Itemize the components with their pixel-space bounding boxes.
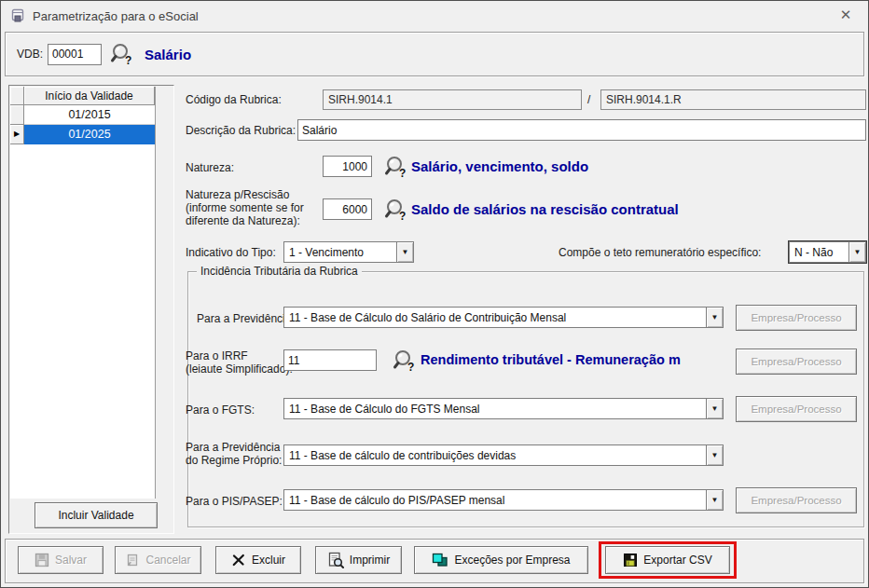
svg-text:?: ? [407, 361, 414, 373]
previdencia-combobox[interactable]: 11 - Base de Cálculo do Salário de Contr… [283, 307, 724, 328]
chevron-down-icon[interactable]: ▼ [706, 445, 723, 465]
pis-pasep-label: Para o PIS/PASEP: [186, 495, 283, 508]
incluir-validade-button[interactable]: Incluir Validade [34, 502, 158, 528]
previdencia-empresa-processo-button: Empresa/Processo [736, 305, 857, 331]
title-bar: Parametrização para o eSocial [2, 2, 867, 30]
row-selector [10, 105, 24, 125]
descricao-rubrica-label: Descrição da Rubrica: [186, 124, 296, 137]
form-window-icon [10, 8, 25, 23]
indicativo-tipo-label: Indicativo do Tipo: [186, 246, 276, 259]
close-icon[interactable]: ✕ [833, 5, 859, 25]
vdb-bar: VDB: ? Salário [5, 32, 864, 76]
salvar-button: Salvar [18, 546, 103, 574]
grid-selector-header [10, 87, 24, 105]
exportar-csv-button[interactable]: Exportar CSV [605, 546, 730, 574]
irrf-input[interactable] [283, 349, 377, 371]
chevron-down-icon[interactable]: ▼ [706, 308, 723, 327]
validity-panel: Início da Validade 01/2015 ▶ 01/2025 Inc… [8, 85, 174, 534]
pis-pasep-value: 11 - Base de cálculo do PIS/PASEP mensal [284, 490, 706, 510]
excluir-button[interactable]: Excluir [215, 546, 301, 574]
x-delete-icon [231, 553, 246, 567]
chevron-down-icon[interactable]: ▼ [706, 399, 723, 418]
excecoes-por-empresa-button[interactable]: Exceções por Empresa [414, 546, 588, 574]
fgts-value: 11 - Base de Cálculo do FGTS Mensal [284, 399, 706, 418]
descricao-rubrica-input[interactable] [297, 119, 866, 141]
table-row-selected[interactable]: ▶ 01/2025 [10, 125, 155, 144]
indicativo-tipo-combobox[interactable]: 1 - Vencimento ▼ [283, 241, 414, 263]
fgts-combobox[interactable]: 11 - Base de Cálculo do FGTS Mensal ▼ [283, 398, 724, 419]
irrf-empresa-processo-button: Empresa/Processo [736, 349, 857, 375]
pis-pasep-combobox[interactable]: 11 - Base de cálculo do PIS/PASEP mensal… [283, 489, 724, 511]
dialog-parametrizacao-esocial: Parametrização para o eSocial ✕ VDB: ? S… [0, 0, 869, 588]
teto-remuneratorio-value: N - Não [790, 242, 848, 262]
fgts-label: Para o FGTS: [186, 403, 255, 417]
natureza-rescisao-input[interactable] [323, 198, 372, 220]
natureza-label: Natureza: [186, 161, 234, 174]
natureza-rescisao-description: Saldo de salários na rescisão contratual [411, 201, 679, 217]
regime-proprio-combobox[interactable]: 11 - Base de cálculo de contribuições de… [283, 444, 724, 466]
current-row-pointer-icon: ▶ [14, 130, 20, 138]
grid-column-header[interactable]: Início da Validade [24, 87, 155, 105]
teto-remuneratorio-label: Compõe o teto remuneratório específico: [559, 246, 761, 259]
regime-proprio-value: 11 - Base de cálculo de contribuições de… [284, 445, 706, 465]
codigo-separator: / [587, 93, 590, 106]
natureza-description: Salário, vencimento, soldo [411, 158, 588, 174]
previdencia-value: 11 - Base de Cálculo do Salário de Contr… [284, 308, 706, 327]
chevron-down-icon[interactable]: ▼ [396, 242, 413, 262]
vdb-lookup-magnifier-icon[interactable]: ? [109, 42, 133, 66]
incidencia-groupbox-title: Incidência Tributária da Rubrica [197, 265, 362, 278]
teto-remuneratorio-combobox[interactable]: N - Não ▼ [789, 241, 866, 263]
codigo-rubrica-field-2: SIRH.9014.1.R [600, 89, 866, 110]
print-preview-icon [327, 552, 344, 568]
svg-text:?: ? [125, 54, 131, 66]
irrf-label: Para o IRRF (leiaute Simplificado): [186, 349, 293, 376]
codigo-rubrica-label: Código da Rubrica: [186, 93, 282, 106]
pis-pasep-empresa-processo-button: Empresa/Processo [736, 487, 857, 513]
natureza-lookup-magnifier-icon[interactable]: ? [383, 155, 407, 179]
svg-text:?: ? [399, 167, 406, 179]
overlapping-squares-icon [432, 552, 448, 568]
regime-proprio-label: Para a Previdência do Regime Próprio: [186, 441, 282, 467]
imprimir-button[interactable]: Imprimir [315, 546, 402, 574]
chevron-down-icon[interactable]: ▼ [706, 490, 723, 510]
chevron-down-icon[interactable]: ▼ [848, 242, 865, 262]
table-row[interactable]: 01/2015 [10, 105, 155, 125]
cancelar-button: Cancelar [115, 546, 201, 574]
save-floppy-icon [34, 553, 49, 567]
cancel-page-icon [125, 553, 140, 567]
natureza-input[interactable] [323, 156, 372, 177]
validity-cell[interactable]: 01/2015 [24, 105, 155, 125]
window-title: Parametrização para o eSocial [33, 9, 199, 23]
vdb-input[interactable] [48, 44, 102, 65]
svg-text:?: ? [399, 210, 406, 222]
irrf-description: Rendimento tributável - Remuneração m [421, 352, 681, 367]
irrf-lookup-magnifier-icon[interactable]: ? [392, 349, 416, 373]
validity-cell[interactable]: 01/2025 [24, 125, 155, 144]
previdencia-label: Para a Previdência: [197, 312, 295, 325]
vdb-description: Salário [145, 47, 191, 62]
export-floppy-icon [623, 553, 638, 567]
codigo-rubrica-field-1: SIRH.9014.1 [323, 89, 582, 110]
indicativo-tipo-value: 1 - Vencimento [284, 242, 396, 262]
natureza-rescisao-label: Natureza p/Rescisão (informe somente se … [186, 188, 304, 227]
row-selector: ▶ [10, 125, 24, 144]
vdb-label: VDB: [17, 48, 43, 61]
natureza-rescisao-lookup-magnifier-icon[interactable]: ? [383, 198, 407, 222]
fgts-empresa-processo-button: Empresa/Processo [736, 396, 857, 422]
validity-grid[interactable]: Início da Validade 01/2015 ▶ 01/2025 [10, 87, 156, 499]
